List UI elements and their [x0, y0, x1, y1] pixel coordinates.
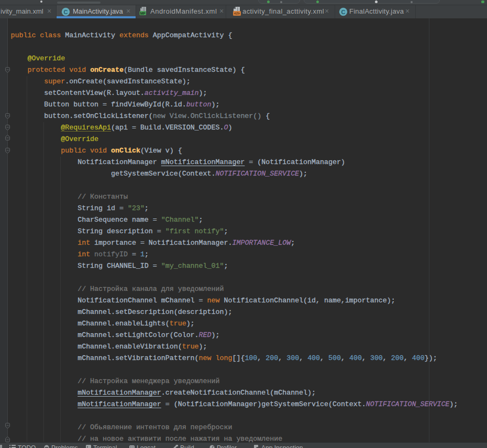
svg-text:C: C	[64, 9, 68, 15]
svg-text:MF: MF	[140, 12, 146, 15]
svg-text:</>: </>	[234, 11, 240, 16]
svg-text:C: C	[341, 9, 346, 15]
